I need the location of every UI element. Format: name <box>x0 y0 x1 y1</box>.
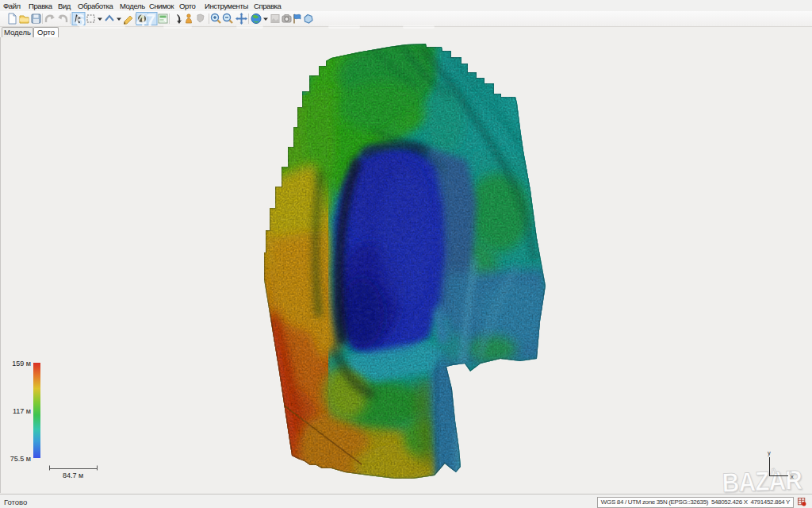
svg-text:159 м: 159 м <box>12 360 31 368</box>
svg-text:75.5 м: 75.5 м <box>10 455 31 463</box>
svg-text:47: 47 <box>136 11 155 26</box>
svg-text:6: 6 <box>75 11 85 26</box>
svg-text:84.7 м: 84.7 м <box>63 471 83 479</box>
svg-text:117 м: 117 м <box>13 407 31 415</box>
